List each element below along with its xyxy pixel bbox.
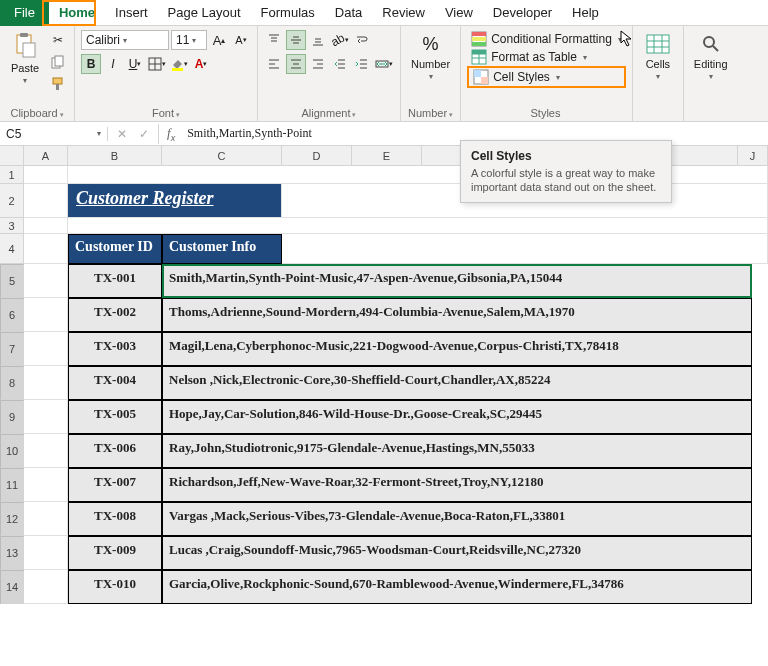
decrease-indent-button[interactable] <box>330 54 350 74</box>
page-title: Customer Register <box>68 184 281 217</box>
col-header-a[interactable]: A <box>24 146 68 166</box>
table-row[interactable]: 12TX-008Vargas ,Mack,Serious-Vibes,73-Gl… <box>0 502 768 536</box>
table-row[interactable]: 7TX-003Magil,Lena,Cyberphonoc-Music,221-… <box>0 332 768 366</box>
tab-formulas[interactable]: Formulas <box>251 0 325 26</box>
table-row[interactable]: 6TX-002Thoms,Adrienne,Sound-Mordern,494-… <box>0 298 768 332</box>
row-header-7[interactable]: 7 <box>0 332 24 366</box>
tab-view[interactable]: View <box>435 0 483 26</box>
svg-rect-44 <box>472 50 486 54</box>
align-center-button[interactable] <box>286 54 306 74</box>
row-header-2[interactable]: 2 <box>0 184 24 218</box>
row-header-6[interactable]: 6 <box>0 298 24 332</box>
editing-button[interactable]: Editing ▾ <box>690 30 732 83</box>
customer-info-cell: Hope,Jay,Car-Solution,846-Wild-House-Dr.… <box>162 400 752 434</box>
font-name-select[interactable]: Calibri▾ <box>81 30 169 50</box>
group-number: % Number ▾ Number <box>401 26 461 121</box>
tab-review[interactable]: Review <box>372 0 435 26</box>
col-header-b[interactable]: B <box>68 146 162 166</box>
tab-developer[interactable]: Developer <box>483 0 562 26</box>
chevron-down-icon: ▾ <box>429 72 433 81</box>
enter-formula-button[interactable]: ✓ <box>134 124 154 144</box>
row-header-12[interactable]: 12 <box>0 502 24 536</box>
format-painter-button[interactable] <box>48 74 68 94</box>
cell-styles-button[interactable]: Cell Styles▾ <box>467 66 626 88</box>
group-label-font: Font <box>81 105 251 119</box>
cells-button[interactable]: Cells ▾ <box>639 30 677 83</box>
align-left-button[interactable] <box>264 54 284 74</box>
tab-help[interactable]: Help <box>562 0 609 26</box>
row-header-10[interactable]: 10 <box>0 434 24 468</box>
align-bottom-button[interactable] <box>308 30 328 50</box>
orientation-button[interactable]: ab▾ <box>330 30 350 50</box>
conditional-formatting-button[interactable]: Conditional Formatting▾ <box>467 30 626 48</box>
tab-home[interactable]: Home <box>49 0 105 26</box>
col-header-j[interactable]: J <box>738 146 768 166</box>
cut-button[interactable]: ✂ <box>48 30 68 50</box>
align-right-button[interactable] <box>308 54 328 74</box>
svg-rect-38 <box>472 37 486 41</box>
align-top-button[interactable] <box>264 30 284 50</box>
chevron-down-icon: ▾ <box>23 76 27 85</box>
italic-button[interactable]: I <box>103 54 123 74</box>
wrap-text-button[interactable] <box>352 30 372 50</box>
row-header-8[interactable]: 8 <box>0 366 24 400</box>
customer-info-cell: Vargas ,Mack,Serious-Vibes,73-Glendale-A… <box>162 502 752 536</box>
table-row[interactable]: 13TX-009Lucas ,Craig,Soundoff-Music,7965… <box>0 536 768 570</box>
select-all-corner[interactable] <box>0 146 24 166</box>
svg-rect-1 <box>20 33 28 37</box>
copy-button[interactable] <box>48 52 68 72</box>
tab-data[interactable]: Data <box>325 0 372 26</box>
group-label-editing <box>690 105 732 119</box>
table-row[interactable]: 5TX-001Smith,Martin,Synth-Point-Music,47… <box>0 264 768 298</box>
table-row[interactable]: 8TX-004Nelson ,Nick,Electronic-Core,30-S… <box>0 366 768 400</box>
row-header-14[interactable]: 14 <box>0 570 24 604</box>
fx-icon[interactable]: fx <box>159 125 183 143</box>
row-header-11[interactable]: 11 <box>0 468 24 502</box>
table-row[interactable]: 10TX-006Ray,John,Studiotronic,9175-Glend… <box>0 434 768 468</box>
increase-font-button[interactable]: A▴ <box>209 30 229 50</box>
number-format-button[interactable]: % Number ▾ <box>407 30 454 83</box>
tab-file[interactable]: File <box>0 0 49 26</box>
col-header-c[interactable]: C <box>162 146 282 166</box>
paste-button[interactable]: Paste ▾ <box>6 30 44 87</box>
formula-input[interactable]: Smith,Martin,Synth-Point <box>183 126 768 141</box>
svg-rect-48 <box>647 35 669 53</box>
underline-button[interactable]: U▾ <box>125 54 145 74</box>
align-middle-button[interactable] <box>286 30 306 50</box>
font-size-select[interactable]: 11▾ <box>171 30 207 50</box>
cancel-formula-button[interactable]: ✕ <box>112 124 132 144</box>
row-header-5[interactable]: 5 <box>0 264 24 298</box>
group-label-number: Number <box>407 105 454 119</box>
col-header-e[interactable]: E <box>352 146 422 166</box>
table-row[interactable]: 9TX-005Hope,Jay,Car-Solution,846-Wild-Ho… <box>0 400 768 434</box>
name-box[interactable]: C5▾ <box>0 127 108 141</box>
font-color-button[interactable]: A▾ <box>191 54 211 74</box>
customer-info-cell: Richardson,Jeff,New-Wave-Roar,32-Fermont… <box>162 468 752 502</box>
tab-page-layout[interactable]: Page Layout <box>158 0 251 26</box>
format-as-table-button[interactable]: Format as Table▾ <box>467 48 626 66</box>
svg-point-53 <box>704 37 714 47</box>
paste-label: Paste <box>11 62 39 74</box>
bold-button[interactable]: B <box>81 54 101 74</box>
cells-label: Cells <box>646 58 670 70</box>
row-header-13[interactable]: 13 <box>0 536 24 570</box>
customer-info-cell: Nelson ,Nick,Electronic-Core,30-Sheffiel… <box>162 366 752 400</box>
row-header-9[interactable]: 9 <box>0 400 24 434</box>
border-button[interactable]: ▾ <box>147 54 167 74</box>
customer-info-cell: Lucas ,Craig,Soundoff-Music,7965-Woodsma… <box>162 536 752 570</box>
merge-center-button[interactable]: ▾ <box>374 54 394 74</box>
decrease-font-button[interactable]: A▾ <box>231 30 251 50</box>
row-header-3[interactable]: 3 <box>0 218 24 234</box>
spreadsheet-grid[interactable]: A B C D E J 1 2 Customer Register 3 4 Cu… <box>0 146 768 604</box>
fill-color-button[interactable]: ▾ <box>169 54 189 74</box>
row-header-1[interactable]: 1 <box>0 166 24 184</box>
tab-insert[interactable]: Insert <box>105 0 158 26</box>
table-row[interactable]: 14TX-010Garcia,Olive,Rockphonic-Sound,67… <box>0 570 768 604</box>
group-label-styles: Styles <box>467 105 626 119</box>
table-row[interactable]: 11TX-007Richardson,Jeff,New-Wave-Roar,32… <box>0 468 768 502</box>
increase-indent-button[interactable] <box>352 54 372 74</box>
row-header-4[interactable]: 4 <box>0 234 24 264</box>
col-header-d[interactable]: D <box>282 146 352 166</box>
header-customer-id: Customer ID <box>68 234 162 264</box>
header-customer-info: Customer Info <box>162 234 282 264</box>
